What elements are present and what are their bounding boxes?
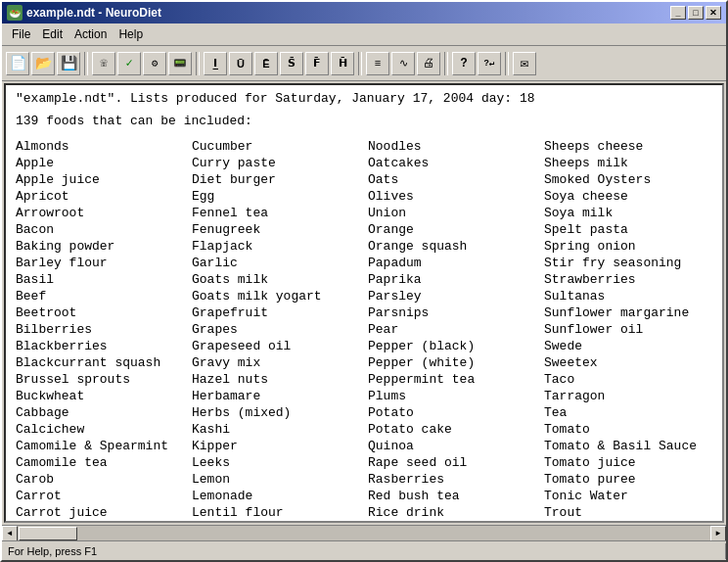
food-item: Tonic Water [544,488,720,504]
food-item: Tomato & Basil Sauce [544,438,720,454]
line-icon: ≡ [375,58,382,70]
text-S-icon: S̄ [288,57,296,70]
food-item: Sunflower oil [544,321,720,338]
food-item: Hazel nuts [192,371,368,388]
tool-text-H[interactable]: H̄ [331,52,354,75]
help2-button[interactable]: ?↵ [478,52,501,75]
network-icon: ⚙ [152,57,159,70]
window-title: example.ndt - NeuroDiet [26,6,161,20]
title-buttons: _ □ ✕ [670,6,721,20]
phone2-icon: 📟 [173,57,187,70]
food-item: Bacon [16,221,192,238]
menu-help[interactable]: Help [113,25,149,43]
tool-text-U[interactable]: Ū [229,52,252,75]
food-item: Arrowroot [16,205,192,221]
food-item: Herbs (mixed) [192,404,368,421]
help-icon: ? [460,57,467,70]
food-item: Rice drink [368,504,544,521]
toolbar: 📄 📂 💾 ☏ ✓ ⚙ 📟 I̲ Ū Ē S̄ [2,46,726,81]
food-item: Camomile tea [16,454,192,471]
food-item: Olives [368,188,544,205]
text-I-icon: I̲ [213,57,217,70]
food-item: Lentil flour [192,504,368,521]
food-item: Sweetex [544,354,720,371]
food-item: Tea [544,404,720,421]
food-item: Leeks [192,454,368,471]
new-icon: 📄 [10,55,26,71]
save-button[interactable]: 💾 [57,52,80,75]
main-content[interactable]: "example.ndt". Lists produced for Saturd… [4,83,724,523]
food-item: Blackcurrant squash [16,354,192,371]
new-button[interactable]: 📄 [6,52,29,75]
scroll-h-left[interactable]: ◄ [2,526,18,541]
content-area: "example.ndt". Lists produced for Saturd… [2,81,726,525]
food-item: Lime flower tea [192,521,368,523]
status-text: For Help, press F1 [8,545,97,557]
food-item: Beetroot [16,304,192,321]
scroll-h-right[interactable]: ► [710,526,726,541]
food-item: Swede [544,338,720,354]
close-button[interactable]: ✕ [705,6,721,20]
food-item: Cabbage [16,404,192,421]
food-item: Goats milk [192,271,368,288]
phone1-icon: ☏ [100,56,107,70]
food-item: Brussel sprouts [16,371,192,388]
food-item: Carob [16,471,192,488]
menu-action[interactable]: Action [68,25,113,43]
save-icon: 💾 [61,55,77,71]
food-item: Sunflower margarine [544,304,720,321]
help-button[interactable]: ? [452,52,476,75]
food-item: Papadum [368,255,544,271]
sep3 [358,52,362,75]
food-item: Spelt pasta [544,221,720,238]
minimize-button[interactable]: _ [670,6,686,20]
app-icon: 🥗 [7,5,23,21]
tool-check[interactable]: ✓ [117,52,141,75]
sep1 [84,52,88,75]
food-item: Apricot [16,188,192,205]
bottom-bar: For Help, press F1 [2,540,726,560]
food-item: Red bush tea [368,488,544,504]
food-item: Tarragon [544,388,720,404]
tool-line[interactable]: ≡ [366,52,389,75]
scroll-h-track[interactable] [18,526,710,541]
status-bar: For Help, press F1 [2,543,726,559]
food-item: Apple juice [16,171,192,188]
tool-wave[interactable]: ∿ [391,52,415,75]
scroll-h-thumb[interactable] [19,527,77,540]
food-item: Oats [368,171,544,188]
h-scrollbar[interactable]: ◄ ► [2,525,726,540]
tool-phone1[interactable]: ☏ [92,52,115,75]
food-item: Flapjack [192,238,368,255]
food-item: Rice flour [368,521,544,523]
tool-text-F[interactable]: F̄ [305,52,329,75]
menu-file[interactable]: File [6,25,36,43]
tool-network[interactable]: ⚙ [143,52,166,75]
wave-icon: ∿ [399,57,408,70]
email-button[interactable]: ✉ [513,52,536,75]
food-item: Fennel tea [192,205,368,221]
tool-text-I[interactable]: I̲ [204,52,227,75]
food-item: Orange [368,221,544,238]
tool-phone2[interactable]: 📟 [168,52,192,75]
food-item: Grapefruit [192,304,368,321]
food-item: Curry paste [192,155,368,171]
food-item: Blackberries [16,338,192,354]
food-item: Parsnips [368,304,544,321]
food-item: Egg [192,188,368,205]
food-item: Soya cheese [544,188,720,205]
food-item: Kashi [192,421,368,438]
food-item: Trout [544,504,720,521]
food-item: Paprika [368,271,544,288]
open-button[interactable]: 📂 [31,52,55,75]
menu-edit[interactable]: Edit [36,25,68,43]
sep4 [444,52,448,75]
print-button[interactable]: 🖨 [417,52,440,75]
tool-text-S[interactable]: S̄ [280,52,303,75]
food-item: Grapeseed oil [192,338,368,354]
tool-text-E[interactable]: Ē [254,52,278,75]
food-item: Rape seed oil [368,454,544,471]
text-F-icon: F̄ [313,57,321,70]
maximize-button[interactable]: □ [688,6,704,20]
email-icon: ✉ [521,55,528,71]
